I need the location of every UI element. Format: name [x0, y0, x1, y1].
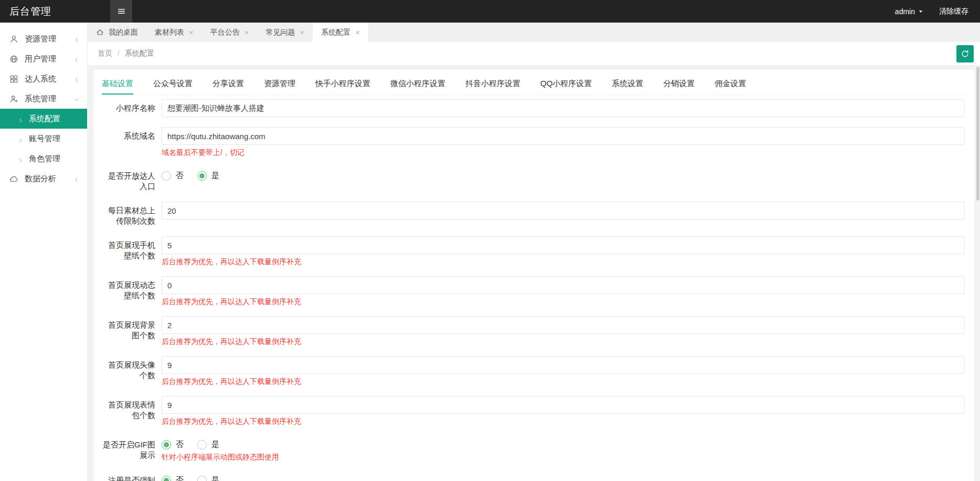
tab-3[interactable]: 常见问题× [258, 23, 313, 42]
chevron-left-icon [73, 56, 80, 62]
field-label: 是否开启GIF图 展示 [102, 436, 155, 462]
arrow-right-icon [18, 156, 24, 162]
scrollbar-thumb[interactable] [976, 67, 979, 201]
field [162, 99, 965, 117]
scrollbar[interactable] [976, 65, 980, 481]
sidebar-subitem-3-1[interactable]: 账号管理 [0, 129, 87, 149]
radio-unchecked-icon[interactable] [197, 440, 207, 449]
chevron-left-icon [73, 76, 80, 82]
collapse-menu-button[interactable] [110, 0, 132, 23]
sidebar-item-2[interactable]: 达人系统 [0, 69, 87, 89]
radio-option-2-1[interactable]: 是 [197, 171, 219, 181]
sidebar-item-label: 数据分析 [25, 174, 56, 184]
field: 否是针对小程序端展示动图或静态图使用 [162, 436, 965, 462]
content: 基础设置公众号设置分享设置资源管理快手小程序设置微信小程序设置抖音小程序设置QQ… [88, 65, 980, 481]
radio-option-9-0[interactable]: 否 [162, 440, 184, 449]
field-input-6[interactable] [162, 316, 965, 334]
refresh-button[interactable] [956, 45, 974, 62]
settings-tab-2[interactable]: 分享设置 [212, 75, 244, 95]
radio-option-10-1[interactable]: 是 [197, 475, 219, 481]
settings-tab-6[interactable]: 抖音小程序设置 [465, 75, 520, 95]
sidebar-subitem-3-2[interactable]: 角色管理 [0, 149, 87, 169]
field-input-5[interactable] [162, 276, 965, 294]
field-input-8[interactable] [162, 396, 965, 414]
sidebar-item-1[interactable]: 用户管理 [0, 49, 87, 69]
close-icon[interactable]: × [300, 28, 305, 36]
field-label: 首页展现头像 个数 [102, 356, 155, 386]
form-row-6: 首页展现背景 图个数后台推荐为优先，再以达人下载量倒序补充 [102, 316, 966, 346]
radio-option-9-1[interactable]: 是 [197, 440, 219, 449]
app-title: 后台管理 [0, 5, 88, 18]
tab-2[interactable]: 平台公告× [202, 23, 258, 42]
settings-card: 基础设置公众号设置分享设置资源管理快手小程序设置微信小程序设置抖音小程序设置QQ… [93, 70, 974, 481]
clear-cache-button[interactable]: 清除缓存 [939, 7, 968, 16]
radio-unchecked-icon[interactable] [197, 476, 207, 481]
user-icon [9, 35, 18, 44]
sidebar-submenu: 系统配置账号管理角色管理 [0, 109, 87, 169]
tab-label: 素材列表 [155, 28, 184, 37]
field-input-0[interactable] [162, 99, 965, 117]
field: 否是 [162, 472, 965, 481]
hamburger-icon [117, 7, 126, 16]
radio-option-10-0[interactable]: 否 [162, 475, 184, 481]
settings-tab-4[interactable]: 快手小程序设置 [315, 75, 370, 95]
radio-group-9: 否是 [162, 436, 965, 449]
field-input-1[interactable] [162, 127, 965, 145]
close-icon[interactable]: × [244, 28, 249, 36]
home-icon [96, 28, 104, 36]
settings-tab-3[interactable]: 资源管理 [264, 75, 295, 95]
settings-tab-0[interactable]: 基础设置 [102, 75, 133, 95]
settings-tab-10[interactable]: 佣金设置 [715, 75, 746, 95]
sidebar-subitem-label: 账号管理 [29, 134, 60, 144]
settings-tab-7[interactable]: QQ小程序设置 [540, 75, 592, 95]
field-hint: 后台推荐为优先，再以达人下载量倒序补充 [162, 377, 965, 386]
field-label: 系统域名 [102, 127, 155, 157]
topbar: 后台管理 admin 清除缓存 [0, 0, 980, 23]
field-input-3[interactable] [162, 202, 965, 219]
caret-down-icon [918, 9, 923, 14]
topbar-right: admin 清除缓存 [895, 7, 980, 16]
tab-0[interactable]: 我的桌面 [88, 23, 146, 42]
settings-form: 小程序名称系统域名域名最后不要带上/，切记是否开放达人 入口否是每日素材总上 传… [102, 95, 966, 481]
settings-tab-8[interactable]: 系统设置 [612, 75, 643, 95]
field-label: 首页展现手机 壁纸个数 [102, 236, 155, 266]
sidebar-subitem-label: 角色管理 [29, 154, 60, 164]
form-row-3: 每日素材总上 传限制次数 [102, 202, 966, 226]
radio-option-2-0[interactable]: 否 [162, 171, 184, 181]
radio-checked-icon[interactable] [162, 476, 171, 481]
window-tabbar: 我的桌面素材列表×平台公告×常见问题×系统配置× [88, 23, 980, 42]
radio-checked-icon[interactable] [197, 171, 207, 181]
field-input-7[interactable] [162, 356, 965, 374]
sidebar-item-0[interactable]: 资源管理 [0, 29, 87, 49]
radio-checked-icon[interactable] [162, 440, 171, 449]
form-row-0: 小程序名称 [102, 99, 966, 117]
sidebar-item-label: 用户管理 [25, 54, 56, 64]
field: 后台推荐为优先，再以达人下载量倒序补充 [162, 356, 965, 386]
close-icon[interactable]: × [189, 28, 194, 36]
radio-label: 否 [176, 171, 184, 181]
field-hint: 后台推荐为优先，再以达人下载量倒序补充 [162, 337, 965, 346]
sidebar-item-4[interactable]: 数据分析 [0, 169, 87, 189]
field-input-4[interactable] [162, 236, 965, 254]
sidebar-subitem-3-0[interactable]: 系统配置 [0, 109, 87, 129]
field: 后台推荐为优先，再以达人下载量倒序补充 [162, 236, 965, 266]
radio-unchecked-icon[interactable] [162, 171, 171, 181]
tab-1[interactable]: 素材列表× [146, 23, 202, 42]
user-menu[interactable]: admin [895, 7, 923, 16]
field-hint: 后台推荐为优先，再以达人下载量倒序补充 [162, 297, 965, 306]
tab-4[interactable]: 系统配置× [313, 23, 368, 42]
sidebar: 资源管理用户管理达人系统系统管理系统配置账号管理角色管理数据分析 [0, 23, 88, 481]
field: 域名最后不要带上/，切记 [162, 127, 965, 157]
close-icon[interactable]: × [355, 28, 360, 36]
sidebar-item-3[interactable]: 系统管理 [0, 89, 87, 109]
radio-label: 否 [176, 440, 184, 449]
settings-tab-9[interactable]: 分销设置 [663, 75, 695, 95]
arrow-right-icon [18, 136, 24, 142]
breadcrumb-home[interactable]: 首页 [98, 49, 112, 58]
settings-tab-5[interactable]: 微信小程序设置 [390, 75, 445, 95]
field: 后台推荐为优先，再以达人下载量倒序补充 [162, 276, 965, 306]
settings-tab-1[interactable]: 公众号设置 [153, 75, 193, 95]
breadcrumb-current: 系统配置 [125, 49, 154, 58]
radio-label: 是 [211, 440, 219, 449]
field: 后台推荐为优先，再以达人下载量倒序补充 [162, 396, 965, 426]
